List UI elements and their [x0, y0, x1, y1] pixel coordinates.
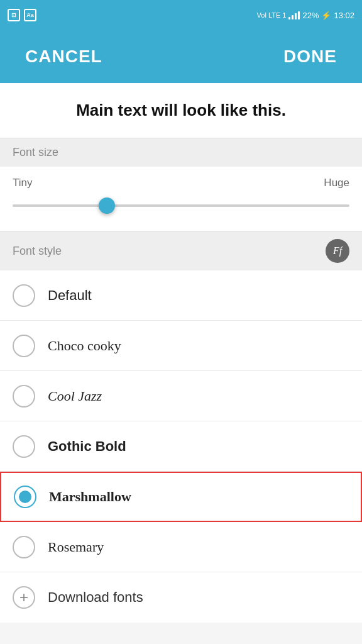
- size-max-label: Huge: [324, 177, 349, 189]
- cancel-button[interactable]: CANCEL: [15, 42, 112, 72]
- font-name-rosemary: Rosemary: [48, 539, 104, 555]
- status-icons: ⊡ Aa: [8, 9, 36, 21]
- radio-choco-cooky: [13, 335, 35, 357]
- font-name-default: Default: [48, 287, 92, 304]
- font-style-label: Font style: [13, 245, 62, 258]
- radio-gothic-bold: [13, 435, 35, 458]
- font-style-header: Font style Ff: [0, 231, 362, 270]
- font-name-cool-jazz: Cool Jazz: [48, 388, 102, 404]
- font-name-gothic-bold: Gothic Bold: [48, 438, 126, 455]
- clock: 13:02: [334, 11, 354, 20]
- signal-bars: [288, 11, 300, 19]
- font-size-slider[interactable]: [13, 196, 349, 216]
- font-style-list: Default Choco cooky Cool Jazz Gothic Bol…: [0, 270, 362, 623]
- status-bar: ⊡ Aa Vol LTE 1 22% ⚡ 13:02: [0, 0, 362, 30]
- font-item-rosemary[interactable]: Rosemary: [0, 522, 362, 572]
- font-size-section: Tiny Huge: [0, 167, 362, 231]
- font-item-marshmallow[interactable]: Marshmallow: [0, 472, 362, 522]
- font-name-marshmallow: Marshmallow: [49, 489, 131, 505]
- size-labels: Tiny Huge: [13, 177, 349, 189]
- slider-track: [13, 204, 349, 207]
- screenshot-icon: ⊡: [8, 9, 20, 21]
- font-item-cool-jazz[interactable]: Cool Jazz: [0, 371, 362, 421]
- action-bar: CANCEL DONE: [0, 30, 362, 83]
- radio-default: [13, 284, 35, 307]
- font-size-label: Font size: [13, 146, 58, 159]
- font-style-icon[interactable]: Ff: [326, 239, 349, 263]
- battery-icon: ⚡: [321, 11, 331, 20]
- font-item-gothic-bold[interactable]: Gothic Bold: [0, 421, 362, 472]
- size-min-label: Tiny: [13, 177, 33, 189]
- radio-cool-jazz: [13, 385, 35, 408]
- font-icon: Aa: [24, 9, 36, 21]
- battery-percent: 22%: [302, 11, 319, 20]
- preview-text: Main text will look like this.: [15, 101, 347, 120]
- download-fonts-item[interactable]: + Download fonts: [0, 572, 362, 623]
- slider-fill: [13, 204, 107, 207]
- preview-area: Main text will look like this.: [0, 83, 362, 138]
- slider-thumb[interactable]: [99, 197, 115, 214]
- radio-marshmallow: [14, 486, 36, 508]
- plus-icon: +: [13, 586, 35, 609]
- download-fonts-label: Download fonts: [48, 589, 143, 606]
- font-item-default[interactable]: Default: [0, 270, 362, 321]
- radio-rosemary: [13, 536, 35, 558]
- status-right: Vol LTE 1 22% ⚡ 13:02: [257, 11, 354, 20]
- font-item-choco-cooky[interactable]: Choco cooky: [0, 321, 362, 371]
- font-name-choco-cooky: Choco cooky: [48, 338, 121, 354]
- radio-marshmallow-inner: [19, 491, 31, 503]
- vol-lte-label: Vol LTE 1: [257, 11, 287, 19]
- font-size-header: Font size: [0, 138, 362, 167]
- done-button[interactable]: DONE: [273, 42, 347, 72]
